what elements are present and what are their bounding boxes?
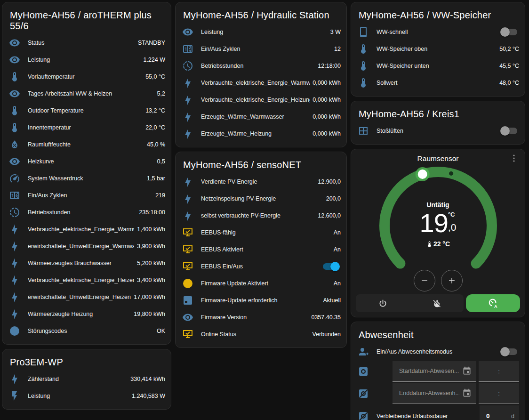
entity-row[interactable]: Enddatum-Abwesenh...: xyxy=(356,382,519,404)
thermostat-dial[interactable]: Untätig 19 °C ,0 22 °C xyxy=(368,165,509,291)
entity-row[interactable]: Tages Arbeitszahl WW & Heizen5,2 xyxy=(7,85,165,102)
thermometer-icon xyxy=(9,71,20,82)
entity-row[interactable]: WW-Speicher unten45,5 °C xyxy=(356,57,519,74)
toggle-switch[interactable] xyxy=(501,348,517,355)
entity-row[interactable]: Leistung1.224 W xyxy=(7,51,165,68)
monitor-check-icon xyxy=(182,329,193,340)
entity-row[interactable]: Vorlauftemperatur55,0 °C xyxy=(7,68,165,85)
entity-row[interactable]: Firmware Update AktiviertAn xyxy=(180,275,341,292)
kebab-menu-icon[interactable] xyxy=(509,153,519,163)
card-abwesenheit: Abwesenheit Ein/Aus AbwesenheitsmodusSta… xyxy=(351,322,525,420)
entity-row[interactable]: Stoßlüften xyxy=(356,122,519,139)
mode-off-button[interactable] xyxy=(356,294,410,312)
entity-label: WW-Speicher oben xyxy=(377,46,497,52)
entity-label: Erzeugte_Wärme_Heizung xyxy=(201,130,310,137)
mode-heat-off-button[interactable] xyxy=(410,294,464,312)
entity-row[interactable]: Zählerstand330,414 kWh xyxy=(7,371,165,388)
entity-row[interactable]: Verbrauchte_elektrische_Energie_Warmwass… xyxy=(7,221,165,238)
entity-row[interactable]: StörungscodesOK xyxy=(7,323,165,339)
entity-value: 200,0 xyxy=(326,195,341,202)
entity-value: An xyxy=(334,280,341,287)
increase-temp-button[interactable] xyxy=(441,270,463,291)
card-kreis1: MyHome-AH56 / Kreis1 Stoßlüften xyxy=(351,101,525,145)
entity-row[interactable]: Erzeugte_Wärme_Warmwasser0,000 kWh xyxy=(180,108,341,125)
toggle-switch[interactable] xyxy=(501,29,517,35)
entity-row[interactable]: StatusSTANDBY xyxy=(7,34,165,51)
decrease-temp-button[interactable] xyxy=(414,270,435,291)
entity-label: erwirtschaftete_UmweltEnergie_Warmwasser xyxy=(28,243,134,250)
entity-row[interactable]: Wärmeerzeugtes Brauchwasser5,200 kWh xyxy=(7,255,165,272)
thermostat-readout: Untätig 19 °C ,0 22 °C xyxy=(368,201,509,248)
entity-label: EEBUS-fähig xyxy=(201,229,331,236)
entity-value: 17,000 kWh xyxy=(134,294,165,300)
mode-auto-button[interactable]: A xyxy=(466,294,520,312)
entity-row[interactable]: Firmware Version0357.40.35 xyxy=(180,309,341,326)
card-sensonet: MyHome-AH56 / sensoNET Verdiente PV-Ener… xyxy=(175,152,347,348)
date-input[interactable]: Enddatum-Abwesenh... xyxy=(393,383,476,404)
entity-row[interactable]: Erzeugte_Wärme_Heizung0,000 kWh xyxy=(180,125,341,142)
entity-value: 22,0 °C xyxy=(145,124,165,131)
lightning-bolt-icon xyxy=(9,258,20,269)
entity-row[interactable]: Firmware-Update erforderlichAktuell xyxy=(180,292,341,309)
entity-row[interactable]: Leistung3 W xyxy=(180,24,341,40)
entity-row[interactable]: Ein/Aus Abwesenheitsmodus xyxy=(356,343,519,360)
entity-row[interactable]: Verdiente PV-Energie12.900,0 xyxy=(180,173,341,190)
entity-value: 1.224 W xyxy=(143,57,165,63)
entity-row[interactable]: erwirtschaftete_UmweltEnergie_Heizen17,0… xyxy=(7,289,165,306)
entity-label: EEBUS Ein/Aus xyxy=(201,263,319,270)
number-value: 0 xyxy=(486,412,511,420)
entity-label: Wärmeerzeugte Heizung xyxy=(28,311,131,317)
entity-value: 0,5 xyxy=(157,158,165,165)
entity-row[interactable]: selbst verbrauchte PV-Energie12.600,0 xyxy=(180,207,341,224)
entity-value: 50,2 °C xyxy=(499,46,519,52)
entity-row[interactable]: EEBUS AktiviertAn xyxy=(180,241,341,258)
entity-row[interactable]: WW-Speicher oben50,2 °C xyxy=(356,40,519,57)
entity-label: Ein/Aus Zyklen xyxy=(201,46,331,52)
entity-row[interactable]: erwirtschaftete_UmweltEnergie_Warmwasser… xyxy=(7,238,165,255)
entity-row[interactable]: Verbrauchte_elektrische_Energie_Heizen3,… xyxy=(7,272,165,289)
number-input[interactable]: 0d xyxy=(480,405,519,420)
entity-row[interactable]: EEBUS Ein/Aus xyxy=(180,258,341,275)
thermometer-icon xyxy=(9,105,20,116)
window-open-icon xyxy=(358,125,369,137)
toggle-switch[interactable] xyxy=(501,128,517,134)
entity-value: 55,0 °C xyxy=(145,73,165,80)
entity-row[interactable]: Verbrauchte_elektrische_Energie_Warmwass… xyxy=(180,74,341,91)
entity-row[interactable]: EEBUS-fähigAn xyxy=(180,224,341,241)
entity-label: Verbrauchte_elektrische_Energie_Heizung xyxy=(201,97,310,103)
entity-value: 12:18:00 xyxy=(318,63,341,69)
entity-row[interactable]: Verbrauchte_elektrische_Energie_Heizung0… xyxy=(180,91,341,108)
entity-row[interactable]: Online StatusVerbunden xyxy=(180,326,341,343)
time-input[interactable]: : xyxy=(479,361,519,382)
entity-row[interactable]: Leistung1.240,583 W xyxy=(7,388,165,404)
eye-icon xyxy=(9,37,20,48)
entity-row[interactable]: Verbleibende Urlaubsdauer0d xyxy=(356,404,519,420)
card-ww-speicher: MyHome-AH56 / WW-Speicher WW-schnellWW-S… xyxy=(351,2,525,97)
entity-row[interactable]: Ein/Aus Zyklen219 xyxy=(7,187,165,204)
entity-row[interactable]: Raumluftfeuchte45,0 % xyxy=(7,136,165,153)
toggle-switch[interactable] xyxy=(323,263,339,270)
entity-value: 48,0 °C xyxy=(499,80,519,86)
entity-row[interactable]: Startdatum-Abwesen...: xyxy=(356,360,519,382)
entity-row[interactable]: Netzeinspeisung PV-Energie200,0 xyxy=(180,190,341,207)
entity-row[interactable]: Betriebsstunden12:18:00 xyxy=(180,57,341,74)
thermostat-auto-icon: A xyxy=(488,298,498,308)
entity-row[interactable]: Betriebsstunden235:18:00 xyxy=(7,204,165,221)
entity-value: 45,5 °C xyxy=(499,63,519,69)
date-input[interactable]: Startdatum-Abwesen... xyxy=(393,361,476,382)
entity-row[interactable]: System Wasserdruck1,5 bar xyxy=(7,170,165,187)
calendar-icon xyxy=(462,366,472,376)
entity-row[interactable]: Sollwert48,0 °C xyxy=(356,74,519,91)
time-input[interactable]: : xyxy=(479,383,519,404)
entity-row[interactable]: Wärmeerzeugte Heizung19,800 kWh xyxy=(7,306,165,323)
entity-row[interactable]: Heizkurve0,5 xyxy=(7,153,165,170)
entity-label: selbst verbrauchte PV-Energie xyxy=(201,212,315,219)
counter-icon xyxy=(182,43,193,55)
entity-row[interactable]: Outdoor Temperature13,2 °C xyxy=(7,102,165,119)
entity-row[interactable]: WW-schnell xyxy=(356,24,519,40)
entity-row[interactable]: Innentemperatur22,0 °C xyxy=(7,119,165,136)
target-temperature: 19 xyxy=(420,210,448,236)
lightning-bolt-icon xyxy=(182,128,193,139)
entity-row[interactable]: Ein/Aus Zyklen12 xyxy=(180,40,341,57)
check-circle-icon xyxy=(9,325,20,337)
